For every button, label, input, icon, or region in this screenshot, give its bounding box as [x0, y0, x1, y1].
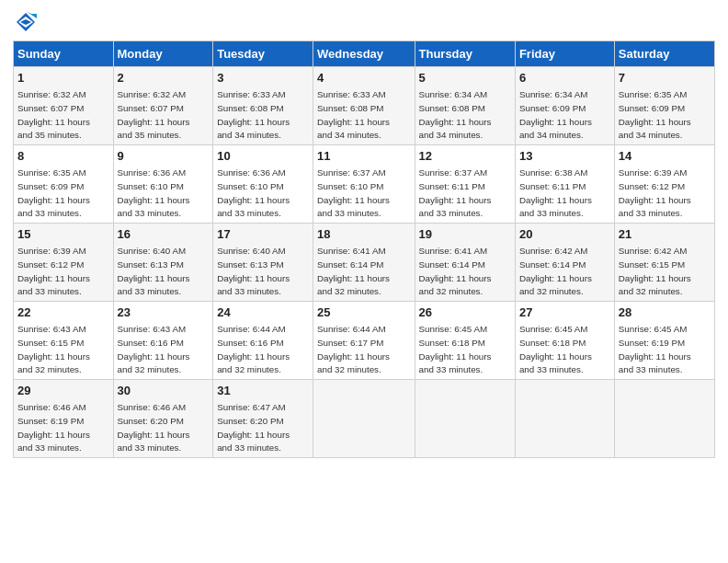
- calendar-cell: 13Sunrise: 6:38 AMSunset: 6:11 PMDayligh…: [515, 145, 614, 224]
- day-info: Sunrise: 6:33 AMSunset: 6:08 PMDaylight:…: [317, 89, 390, 140]
- calendar-cell: [515, 380, 614, 458]
- day-info: Sunrise: 6:45 AMSunset: 6:19 PMDaylight:…: [619, 324, 691, 374]
- calendar-cell: 12Sunrise: 6:37 AMSunset: 6:11 PMDayligh…: [415, 145, 515, 224]
- day-header-sunday: Sunday: [14, 41, 114, 67]
- day-info: Sunrise: 6:36 AMSunset: 6:10 PMDaylight:…: [217, 167, 290, 218]
- day-header-monday: Monday: [113, 41, 213, 67]
- day-number: 11: [317, 148, 410, 165]
- day-info: Sunrise: 6:39 AMSunset: 6:12 PMDaylight:…: [619, 167, 691, 218]
- calendar-body: 1Sunrise: 6:32 AMSunset: 6:07 PMDaylight…: [14, 67, 715, 458]
- calendar-cell: 14Sunrise: 6:39 AMSunset: 6:12 PMDayligh…: [614, 145, 714, 224]
- day-info: Sunrise: 6:41 AMSunset: 6:14 PMDaylight:…: [419, 246, 492, 296]
- day-info: Sunrise: 6:43 AMSunset: 6:15 PMDaylight:…: [17, 324, 90, 374]
- day-header-saturday: Saturday: [614, 41, 714, 67]
- day-number: 25: [317, 304, 410, 321]
- day-info: Sunrise: 6:34 AMSunset: 6:08 PMDaylight:…: [419, 89, 492, 140]
- calendar-cell: 18Sunrise: 6:41 AMSunset: 6:14 PMDayligh…: [313, 224, 415, 302]
- calendar-cell: [614, 380, 714, 458]
- calendar-cell: 28Sunrise: 6:45 AMSunset: 6:19 PMDayligh…: [614, 302, 714, 380]
- day-info: Sunrise: 6:40 AMSunset: 6:13 PMDaylight:…: [118, 246, 190, 296]
- day-number: 29: [17, 383, 109, 399]
- day-number: 1: [17, 70, 109, 86]
- day-number: 21: [619, 226, 711, 243]
- calendar-cell: 10Sunrise: 6:36 AMSunset: 6:10 PMDayligh…: [213, 145, 313, 224]
- calendar-cell: 30Sunrise: 6:46 AMSunset: 6:20 PMDayligh…: [113, 380, 213, 458]
- day-number: 14: [619, 148, 711, 165]
- day-info: Sunrise: 6:43 AMSunset: 6:16 PMDaylight:…: [118, 324, 190, 374]
- calendar-week-2: 8Sunrise: 6:35 AMSunset: 6:09 PMDaylight…: [14, 145, 715, 224]
- day-number: 18: [317, 226, 410, 243]
- calendar-cell: 29Sunrise: 6:46 AMSunset: 6:19 PMDayligh…: [14, 380, 114, 458]
- day-number: 26: [419, 304, 511, 321]
- logo-icon: [13, 9, 39, 35]
- day-info: Sunrise: 6:41 AMSunset: 6:14 PMDaylight:…: [317, 246, 390, 296]
- calendar-cell: 11Sunrise: 6:37 AMSunset: 6:10 PMDayligh…: [313, 145, 415, 224]
- day-number: 9: [118, 148, 210, 165]
- day-info: Sunrise: 6:39 AMSunset: 6:12 PMDaylight:…: [17, 246, 90, 296]
- day-info: Sunrise: 6:35 AMSunset: 6:09 PMDaylight:…: [619, 89, 691, 140]
- day-number: 28: [619, 304, 711, 321]
- logo: [13, 9, 42, 35]
- calendar-cell: 2Sunrise: 6:32 AMSunset: 6:07 PMDaylight…: [113, 67, 213, 145]
- day-info: Sunrise: 6:42 AMSunset: 6:15 PMDaylight:…: [619, 246, 691, 296]
- day-number: 10: [217, 148, 309, 165]
- calendar-table: SundayMondayTuesdayWednesdayThursdayFrid…: [13, 40, 715, 458]
- day-number: 17: [217, 226, 309, 243]
- day-info: Sunrise: 6:34 AMSunset: 6:09 PMDaylight:…: [519, 89, 592, 140]
- calendar-cell: 27Sunrise: 6:45 AMSunset: 6:18 PMDayligh…: [515, 302, 614, 380]
- day-info: Sunrise: 6:32 AMSunset: 6:07 PMDaylight:…: [17, 89, 90, 140]
- calendar-cell: 6Sunrise: 6:34 AMSunset: 6:09 PMDaylight…: [515, 67, 614, 145]
- day-number: 22: [17, 304, 109, 321]
- calendar-cell: 31Sunrise: 6:47 AMSunset: 6:20 PMDayligh…: [213, 380, 313, 458]
- day-number: 6: [519, 70, 610, 86]
- day-number: 8: [17, 148, 109, 165]
- header: [13, 9, 715, 35]
- calendar-cell: 5Sunrise: 6:34 AMSunset: 6:08 PMDaylight…: [415, 67, 515, 145]
- calendar-container: SundayMondayTuesdayWednesdayThursdayFrid…: [0, 0, 728, 464]
- day-number: 2: [118, 70, 210, 86]
- day-header-tuesday: Tuesday: [213, 41, 313, 67]
- calendar-cell: 21Sunrise: 6:42 AMSunset: 6:15 PMDayligh…: [614, 224, 714, 302]
- day-number: 13: [519, 148, 610, 165]
- day-info: Sunrise: 6:47 AMSunset: 6:20 PMDaylight:…: [217, 402, 290, 453]
- day-info: Sunrise: 6:37 AMSunset: 6:11 PMDaylight:…: [419, 167, 492, 218]
- calendar-week-1: 1Sunrise: 6:32 AMSunset: 6:07 PMDaylight…: [14, 67, 715, 145]
- calendar-cell: 17Sunrise: 6:40 AMSunset: 6:13 PMDayligh…: [213, 224, 313, 302]
- day-info: Sunrise: 6:32 AMSunset: 6:07 PMDaylight:…: [118, 89, 190, 140]
- day-info: Sunrise: 6:35 AMSunset: 6:09 PMDaylight:…: [17, 167, 90, 218]
- day-info: Sunrise: 6:45 AMSunset: 6:18 PMDaylight:…: [419, 324, 492, 374]
- calendar-cell: 7Sunrise: 6:35 AMSunset: 6:09 PMDaylight…: [614, 67, 714, 145]
- day-number: 31: [217, 383, 309, 399]
- calendar-cell: 4Sunrise: 6:33 AMSunset: 6:08 PMDaylight…: [313, 67, 415, 145]
- day-number: 24: [217, 304, 309, 321]
- day-info: Sunrise: 6:45 AMSunset: 6:18 PMDaylight:…: [519, 324, 592, 374]
- calendar-cell: 24Sunrise: 6:44 AMSunset: 6:16 PMDayligh…: [213, 302, 313, 380]
- day-number: 19: [419, 226, 511, 243]
- day-info: Sunrise: 6:37 AMSunset: 6:10 PMDaylight:…: [317, 167, 390, 218]
- calendar-week-4: 22Sunrise: 6:43 AMSunset: 6:15 PMDayligh…: [14, 302, 715, 380]
- day-info: Sunrise: 6:33 AMSunset: 6:08 PMDaylight:…: [217, 89, 290, 140]
- day-info: Sunrise: 6:44 AMSunset: 6:16 PMDaylight:…: [217, 324, 290, 374]
- day-number: 4: [317, 70, 410, 86]
- calendar-cell: 23Sunrise: 6:43 AMSunset: 6:16 PMDayligh…: [113, 302, 213, 380]
- calendar-header-row: SundayMondayTuesdayWednesdayThursdayFrid…: [14, 41, 715, 67]
- calendar-cell: 15Sunrise: 6:39 AMSunset: 6:12 PMDayligh…: [14, 224, 114, 302]
- day-number: 3: [217, 70, 309, 86]
- day-number: 30: [118, 383, 210, 399]
- day-info: Sunrise: 6:38 AMSunset: 6:11 PMDaylight:…: [519, 167, 592, 218]
- calendar-cell: 8Sunrise: 6:35 AMSunset: 6:09 PMDaylight…: [14, 145, 114, 224]
- day-header-thursday: Thursday: [415, 41, 515, 67]
- calendar-cell: 3Sunrise: 6:33 AMSunset: 6:08 PMDaylight…: [213, 67, 313, 145]
- day-number: 20: [519, 226, 610, 243]
- calendar-cell: 1Sunrise: 6:32 AMSunset: 6:07 PMDaylight…: [14, 67, 114, 145]
- calendar-week-3: 15Sunrise: 6:39 AMSunset: 6:12 PMDayligh…: [14, 224, 715, 302]
- calendar-cell: 9Sunrise: 6:36 AMSunset: 6:10 PMDaylight…: [113, 145, 213, 224]
- day-info: Sunrise: 6:46 AMSunset: 6:20 PMDaylight:…: [118, 402, 190, 453]
- day-number: 15: [17, 226, 109, 243]
- day-info: Sunrise: 6:44 AMSunset: 6:17 PMDaylight:…: [317, 324, 390, 374]
- day-info: Sunrise: 6:42 AMSunset: 6:14 PMDaylight:…: [519, 246, 592, 296]
- calendar-cell: 25Sunrise: 6:44 AMSunset: 6:17 PMDayligh…: [313, 302, 415, 380]
- day-number: 5: [419, 70, 511, 86]
- calendar-cell: 19Sunrise: 6:41 AMSunset: 6:14 PMDayligh…: [415, 224, 515, 302]
- day-info: Sunrise: 6:40 AMSunset: 6:13 PMDaylight:…: [217, 246, 290, 296]
